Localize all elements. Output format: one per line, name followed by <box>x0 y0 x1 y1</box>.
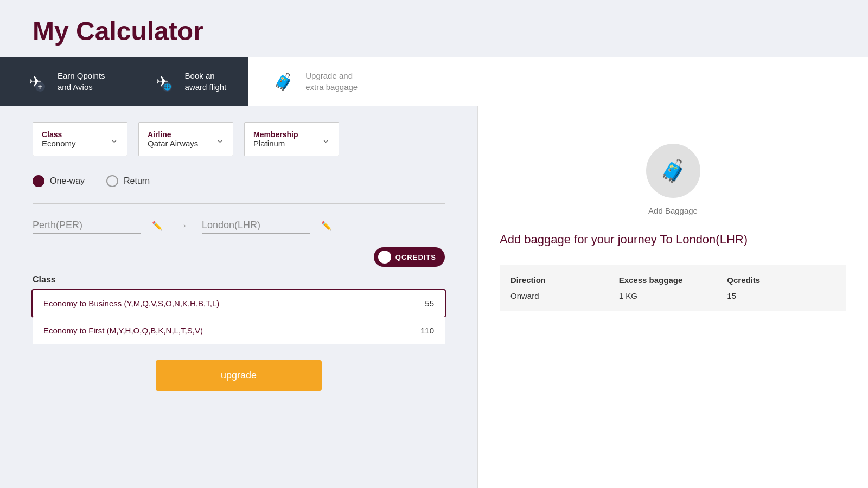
table-header-direction: Direction <box>510 275 619 285</box>
table-header-qcredits: Qcredits <box>727 275 835 285</box>
one-way-radio-dot <box>33 175 44 187</box>
upgrade-button[interactable]: upgrade <box>156 360 322 391</box>
membership-value: Platinum <box>253 139 298 148</box>
upgrade-btn-row: upgrade <box>33 360 445 391</box>
upgrade-baggage-text: Upgrade and extra baggage <box>305 70 358 93</box>
membership-dropdown[interactable]: Membership Platinum ⌄ <box>244 122 339 156</box>
qcredits-label: QCREDITS <box>395 253 436 261</box>
airline-label: Airline <box>148 130 198 139</box>
baggage-table: Direction Excess baggage Qcredits Onward… <box>500 265 846 311</box>
table-header-excess: Excess baggage <box>619 275 727 285</box>
nav-bar: ✈ + Earn Qpoints and Avios ✈ 🌐 Book an a… <box>0 57 868 106</box>
from-input-group <box>33 217 141 234</box>
baggage-circle-icon: 🧳 <box>646 144 700 198</box>
plane-plus-icon-container: ✈ + <box>22 68 49 95</box>
earn-qpoints-line2: and Avios <box>58 81 105 93</box>
book-award-line1: Book an <box>185 70 227 81</box>
one-way-label: One-way <box>50 176 85 186</box>
membership-dropdown-content: Membership Platinum <box>253 130 298 148</box>
baggage-icon-container: 🧳 <box>500 144 846 198</box>
to-edit-icon[interactable]: ✏️ <box>321 221 332 231</box>
page-header: My Calculator <box>0 0 868 57</box>
membership-chevron-icon: ⌄ <box>322 133 330 145</box>
one-way-radio[interactable]: One-way <box>33 175 85 187</box>
baggage-info-text: Add baggage for your journey To London(L… <box>500 232 846 248</box>
baggage-nav-icon: 🧳 <box>270 68 297 95</box>
table-cell-direction: Onward <box>510 291 619 300</box>
page-title: My Calculator <box>33 16 835 46</box>
class-row-1-name: Economy to First (M,Y,H,O,Q,B,K,N,L,T,S,… <box>43 326 203 335</box>
class-dropdown-content: Class Economy <box>42 130 76 148</box>
book-award-line2: award flight <box>185 81 227 93</box>
table-cell-excess: 1 KG <box>619 291 727 300</box>
upgrade-line2: extra baggage <box>305 81 358 93</box>
class-dropdown[interactable]: Class Economy ⌄ <box>33 122 127 156</box>
qcredits-row: QCREDITS <box>33 247 445 267</box>
route-row: ✏️ → ✏️ <box>33 217 445 234</box>
from-edit-icon[interactable]: ✏️ <box>152 221 163 231</box>
return-radio[interactable]: Return <box>106 175 150 187</box>
nav-item-book-award[interactable]: ✈ 🌐 Book an award flight <box>127 57 248 106</box>
membership-label: Membership <box>253 130 298 139</box>
toggle-circle <box>378 251 391 264</box>
plus-badge: + <box>35 82 45 92</box>
radio-divider <box>33 203 445 204</box>
class-row-0-name: Economy to Business (Y,M,Q,V,S,O,N,K,H,B… <box>43 299 219 308</box>
return-radio-dot <box>106 175 118 187</box>
airline-dropdown-content: Airline Qatar Airways <box>148 130 198 148</box>
table-cell-qcredits: 15 <box>727 291 835 300</box>
return-label: Return <box>124 176 150 186</box>
qcredits-toggle[interactable]: QCREDITS <box>374 247 445 267</box>
left-panel: Class Economy ⌄ Airline Qatar Airways ⌄ … <box>0 106 477 488</box>
to-input-group <box>202 217 310 234</box>
airline-value: Qatar Airways <box>148 139 198 148</box>
add-baggage-label: Add Baggage <box>500 206 846 215</box>
airline-dropdown[interactable]: Airline Qatar Airways ⌄ <box>138 122 233 156</box>
nav-item-upgrade-baggage[interactable]: 🧳 Upgrade and extra baggage <box>248 57 868 106</box>
globe-badge: 🌐 <box>162 82 172 92</box>
class-section-label: Class <box>33 275 445 285</box>
class-label: Class <box>42 130 76 139</box>
nav-item-earn-qpoints[interactable]: ✈ + Earn Qpoints and Avios <box>0 57 127 106</box>
baggage-table-header: Direction Excess baggage Qcredits <box>510 275 835 285</box>
class-row-1[interactable]: Economy to First (M,Y,H,O,Q,B,K,N,L,T,S,… <box>33 317 445 344</box>
right-panel: 🧳 Add Baggage Add baggage for your journ… <box>477 106 868 488</box>
plane-globe-icon-container: ✈ 🌐 <box>149 68 176 95</box>
class-row-0-value: 55 <box>425 299 434 308</box>
class-table: Economy to Business (Y,M,Q,V,S,O,N,K,H,B… <box>33 289 445 344</box>
main-content: Class Economy ⌄ Airline Qatar Airways ⌄ … <box>0 106 868 488</box>
class-chevron-icon: ⌄ <box>110 133 118 145</box>
route-arrow-icon: → <box>176 219 188 233</box>
class-row-0[interactable]: Economy to Business (Y,M,Q,V,S,O,N,K,H,B… <box>31 289 446 318</box>
dropdowns-row: Class Economy ⌄ Airline Qatar Airways ⌄ … <box>33 122 445 156</box>
class-value: Economy <box>42 139 76 148</box>
from-input[interactable] <box>33 217 141 234</box>
to-input[interactable] <box>202 217 310 234</box>
radio-row: One-way Return <box>33 175 445 187</box>
airline-chevron-icon: ⌄ <box>216 133 224 145</box>
book-award-text: Book an award flight <box>185 70 227 93</box>
class-row-1-value: 110 <box>420 326 434 335</box>
table-row-0: Onward 1 KG 15 <box>510 291 835 300</box>
upgrade-line1: Upgrade and <box>305 70 358 81</box>
earn-qpoints-text: Earn Qpoints and Avios <box>58 70 105 93</box>
earn-qpoints-line1: Earn Qpoints <box>58 70 105 81</box>
